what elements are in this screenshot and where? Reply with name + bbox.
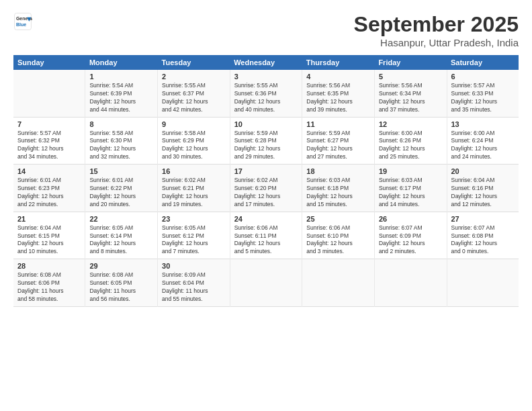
day-info: Sunrise: 5:57 AM Sunset: 6:33 PM Dayligh… [451, 82, 515, 114]
day-info: Sunrise: 5:56 AM Sunset: 6:35 PM Dayligh… [306, 82, 370, 114]
day-info: Sunrise: 5:59 AM Sunset: 6:27 PM Dayligh… [306, 130, 370, 162]
day-number: 2 [162, 73, 226, 81]
day-info: Sunrise: 5:59 AM Sunset: 6:28 PM Dayligh… [234, 130, 298, 162]
svg-rect-0 [15, 13, 32, 30]
day-info: Sunrise: 5:58 AM Sunset: 6:30 PM Dayligh… [89, 130, 153, 162]
day-number: 30 [162, 262, 226, 270]
week-row-1: 1Sunrise: 5:54 AM Sunset: 6:39 PM Daylig… [13, 70, 519, 117]
day-info: Sunrise: 6:02 AM Sunset: 6:21 PM Dayligh… [162, 177, 226, 209]
day-number: 9 [162, 120, 226, 128]
day-number: 16 [162, 167, 226, 175]
day-cell [302, 259, 375, 307]
day-number: 7 [17, 120, 81, 128]
day-cell [13, 70, 85, 117]
day-number: 23 [162, 215, 226, 223]
day-info: Sunrise: 5:58 AM Sunset: 6:29 PM Dayligh… [162, 130, 226, 162]
title-block: September 2025 Hasanpur, Uttar Pradesh, … [354, 12, 519, 48]
day-info: Sunrise: 6:09 AM Sunset: 6:04 PM Dayligh… [162, 271, 226, 304]
logo: General Blue [13, 12, 32, 31]
header: General Blue September 2025 Hasanpur, Ut… [13, 12, 519, 48]
day-info: Sunrise: 6:07 AM Sunset: 6:08 PM Dayligh… [451, 224, 515, 257]
day-number: 3 [234, 73, 298, 81]
day-number: 19 [379, 167, 443, 175]
day-number: 22 [89, 215, 153, 223]
logo-icon: General Blue [13, 12, 32, 31]
week-row-4: 21Sunrise: 6:04 AM Sunset: 6:15 PM Dayli… [13, 212, 519, 259]
day-cell: 18Sunrise: 6:03 AM Sunset: 6:18 PM Dayli… [302, 165, 375, 212]
col-thursday: Thursday [302, 55, 375, 70]
day-cell: 27Sunrise: 6:07 AM Sunset: 6:08 PM Dayli… [447, 212, 519, 259]
day-number: 28 [17, 262, 81, 270]
day-cell: 2Sunrise: 5:55 AM Sunset: 6:37 PM Daylig… [158, 70, 230, 117]
header-row: Sunday Monday Tuesday Wednesday Thursday… [13, 55, 519, 70]
day-cell: 19Sunrise: 6:03 AM Sunset: 6:17 PM Dayli… [374, 165, 447, 212]
day-number: 8 [89, 120, 153, 128]
page: General Blue September 2025 Hasanpur, Ut… [0, 0, 532, 411]
day-cell: 23Sunrise: 6:05 AM Sunset: 6:12 PM Dayli… [158, 212, 230, 259]
day-cell: 6Sunrise: 5:57 AM Sunset: 6:33 PM Daylig… [447, 70, 519, 117]
day-info: Sunrise: 6:07 AM Sunset: 6:09 PM Dayligh… [379, 224, 443, 257]
col-friday: Friday [374, 55, 447, 70]
day-number: 5 [379, 73, 443, 81]
day-info: Sunrise: 5:56 AM Sunset: 6:34 PM Dayligh… [379, 82, 443, 114]
day-cell: 22Sunrise: 6:05 AM Sunset: 6:14 PM Dayli… [85, 212, 158, 259]
day-info: Sunrise: 6:04 AM Sunset: 6:16 PM Dayligh… [451, 177, 515, 209]
day-number: 11 [306, 120, 370, 128]
day-info: Sunrise: 6:08 AM Sunset: 6:06 PM Dayligh… [17, 271, 81, 304]
day-cell: 3Sunrise: 5:55 AM Sunset: 6:36 PM Daylig… [230, 70, 302, 117]
day-number: 15 [89, 167, 153, 175]
day-info: Sunrise: 6:06 AM Sunset: 6:11 PM Dayligh… [234, 224, 298, 257]
col-saturday: Saturday [447, 55, 519, 70]
day-info: Sunrise: 6:02 AM Sunset: 6:20 PM Dayligh… [234, 177, 298, 209]
day-cell: 16Sunrise: 6:02 AM Sunset: 6:21 PM Dayli… [158, 165, 230, 212]
col-monday: Monday [85, 55, 158, 70]
day-cell: 10Sunrise: 5:59 AM Sunset: 6:28 PM Dayli… [230, 117, 302, 165]
day-info: Sunrise: 5:54 AM Sunset: 6:39 PM Dayligh… [89, 82, 153, 114]
col-sunday: Sunday [13, 55, 85, 70]
main-title: September 2025 [354, 12, 519, 37]
day-info: Sunrise: 6:03 AM Sunset: 6:17 PM Dayligh… [379, 177, 443, 209]
day-cell: 5Sunrise: 5:56 AM Sunset: 6:34 PM Daylig… [374, 70, 447, 117]
day-cell [230, 259, 302, 307]
day-number: 17 [234, 167, 298, 175]
day-cell: 11Sunrise: 5:59 AM Sunset: 6:27 PM Dayli… [302, 117, 375, 165]
day-info: Sunrise: 5:55 AM Sunset: 6:37 PM Dayligh… [162, 82, 226, 114]
day-info: Sunrise: 6:05 AM Sunset: 6:14 PM Dayligh… [89, 224, 153, 257]
day-number: 4 [306, 73, 370, 81]
day-number: 12 [379, 120, 443, 128]
day-cell: 15Sunrise: 6:01 AM Sunset: 6:22 PM Dayli… [85, 165, 158, 212]
day-number: 21 [17, 215, 81, 223]
day-info: Sunrise: 6:05 AM Sunset: 6:12 PM Dayligh… [162, 224, 226, 257]
day-number: 26 [379, 215, 443, 223]
day-cell: 28Sunrise: 6:08 AM Sunset: 6:06 PM Dayli… [13, 259, 85, 307]
week-row-5: 28Sunrise: 6:08 AM Sunset: 6:06 PM Dayli… [13, 259, 519, 307]
day-number: 25 [306, 215, 370, 223]
svg-text:Blue: Blue [16, 22, 26, 27]
day-number: 24 [234, 215, 298, 223]
day-number: 13 [451, 120, 515, 128]
day-info: Sunrise: 6:03 AM Sunset: 6:18 PM Dayligh… [306, 177, 370, 209]
day-number: 20 [451, 167, 515, 175]
day-cell: 13Sunrise: 6:00 AM Sunset: 6:24 PM Dayli… [447, 117, 519, 165]
day-cell: 4Sunrise: 5:56 AM Sunset: 6:35 PM Daylig… [302, 70, 375, 117]
day-number: 29 [89, 262, 153, 270]
day-cell [447, 259, 519, 307]
day-number: 10 [234, 120, 298, 128]
week-row-2: 7Sunrise: 5:57 AM Sunset: 6:32 PM Daylig… [13, 117, 519, 165]
day-number: 1 [89, 73, 153, 81]
day-number: 18 [306, 167, 370, 175]
day-info: Sunrise: 6:04 AM Sunset: 6:15 PM Dayligh… [17, 224, 81, 257]
day-info: Sunrise: 6:08 AM Sunset: 6:05 PM Dayligh… [89, 271, 153, 304]
day-cell: 20Sunrise: 6:04 AM Sunset: 6:16 PM Dayli… [447, 165, 519, 212]
day-number: 6 [451, 73, 515, 81]
day-cell: 14Sunrise: 6:01 AM Sunset: 6:23 PM Dayli… [13, 165, 85, 212]
day-info: Sunrise: 6:01 AM Sunset: 6:23 PM Dayligh… [17, 177, 81, 209]
col-wednesday: Wednesday [230, 55, 302, 70]
day-number: 27 [451, 215, 515, 223]
day-info: Sunrise: 5:57 AM Sunset: 6:32 PM Dayligh… [17, 130, 81, 162]
day-cell: 25Sunrise: 6:06 AM Sunset: 6:10 PM Dayli… [302, 212, 375, 259]
day-info: Sunrise: 6:00 AM Sunset: 6:24 PM Dayligh… [451, 130, 515, 162]
day-cell: 17Sunrise: 6:02 AM Sunset: 6:20 PM Dayli… [230, 165, 302, 212]
day-cell: 7Sunrise: 5:57 AM Sunset: 6:32 PM Daylig… [13, 117, 85, 165]
day-cell: 9Sunrise: 5:58 AM Sunset: 6:29 PM Daylig… [158, 117, 230, 165]
